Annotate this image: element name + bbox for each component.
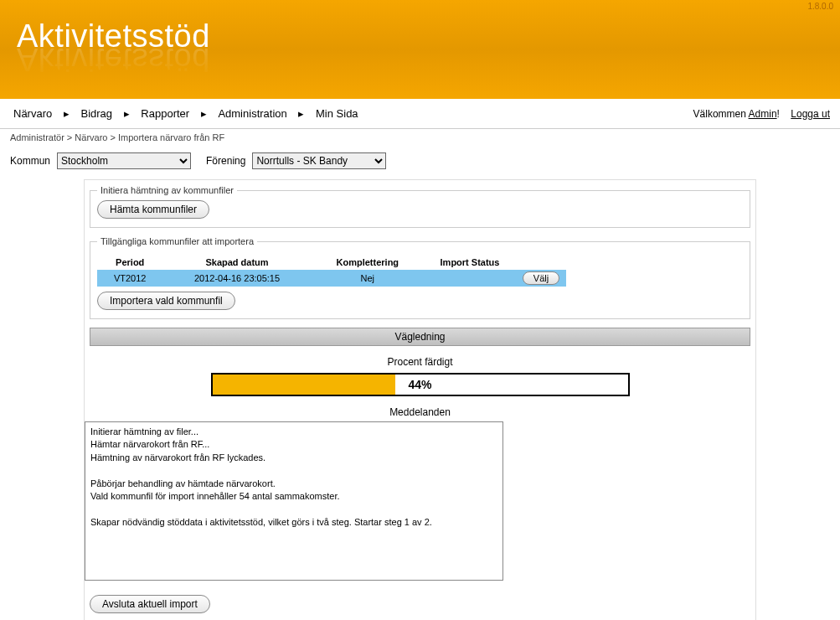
progress-bar: 44% — [211, 373, 630, 396]
panel-init-fetch: Initiera hämtning av kommunfiler Hämta k… — [90, 185, 750, 228]
nav-item-minsida[interactable]: Min Sida — [312, 106, 362, 121]
import-selected-button[interactable]: Importera vald kommunfil — [97, 292, 235, 310]
files-table: Period Skapad datum Komplettering Import… — [97, 255, 566, 287]
cell-period: VT2012 — [97, 270, 162, 287]
app-logo-reflection: Aktivitetsstöd — [17, 41, 840, 77]
nav-item-rapporter[interactable]: Rapporter — [137, 106, 193, 121]
user-link[interactable]: Admin — [749, 108, 777, 120]
cell-created: 2012-04-16 23:05:15 — [162, 270, 311, 287]
welcome-prefix: Välkommen — [693, 108, 749, 120]
col-status: Import Status — [424, 255, 516, 270]
forening-label: Förening — [206, 155, 245, 167]
table-header-row: Period Skapad datum Komplettering Import… — [97, 255, 566, 270]
col-completion: Komplettering — [312, 255, 424, 270]
messages-label: Meddelanden — [85, 406, 755, 418]
main-nav: Närvaro ▸ Bidrag ▸ Rapporter ▸ Administr… — [0, 99, 840, 129]
welcome-suffix: ! — [777, 108, 780, 120]
logo-wrap: Aktivitetsstöd Aktivitetsstöd — [17, 0, 840, 77]
nav-item-narvaro[interactable]: Närvaro — [10, 106, 55, 121]
progress-text: 44% — [408, 378, 431, 391]
fetch-files-button[interactable]: Hämta kommunfiler — [97, 200, 209, 219]
table-row[interactable]: VT2012 2012-04-16 23:05:15 Nej Välj — [97, 270, 566, 287]
kommun-select[interactable]: Stockholm — [57, 152, 191, 169]
nav-item-administration[interactable]: Administration — [214, 106, 290, 121]
forening-select[interactable]: Norrtulls - SK Bandy — [252, 152, 386, 169]
nav-item-bidrag[interactable]: Bidrag — [78, 106, 116, 121]
chevron-right-icon: ▸ — [298, 107, 304, 120]
kommun-label: Kommun — [10, 155, 50, 167]
breadcrumb: Administratör > Närvaro > Importera närv… — [0, 129, 840, 149]
user-area: Välkommen Admin! Logga ut — [693, 108, 830, 120]
cell-completion: Nej — [312, 270, 424, 287]
content-frame: Initiera hämtning av kommunfiler Hämta k… — [84, 179, 756, 620]
cell-status — [424, 270, 516, 287]
col-period: Period — [97, 255, 162, 270]
progress-label: Procent färdigt — [85, 356, 755, 368]
logout-link[interactable]: Logga ut — [791, 108, 830, 120]
version-label: 1.8.0.0 — [807, 2, 833, 11]
col-created: Skapad datum — [162, 255, 311, 270]
messages-box[interactable] — [85, 421, 503, 581]
guidance-bar[interactable]: Vägledning — [90, 328, 750, 346]
chevron-right-icon: ▸ — [64, 107, 70, 120]
chevron-right-icon: ▸ — [124, 107, 130, 120]
chevron-right-icon: ▸ — [201, 107, 207, 120]
panel-available-legend: Tillgängliga kommunfiler att importera — [97, 236, 257, 246]
abort-import-button[interactable]: Avsluta aktuell import — [90, 595, 210, 613]
panel-available-files: Tillgängliga kommunfiler att importera P… — [90, 236, 750, 319]
select-row-button[interactable]: Välj — [523, 271, 559, 285]
col-action — [516, 255, 566, 270]
filter-row: Kommun Stockholm Förening Norrtulls - SK… — [0, 149, 840, 179]
progress-fill — [213, 375, 395, 395]
app-header: 1.8.0.0 Aktivitetsstöd Aktivitetsstöd — [0, 0, 840, 99]
panel-init-legend: Initiera hämtning av kommunfiler — [97, 185, 237, 195]
